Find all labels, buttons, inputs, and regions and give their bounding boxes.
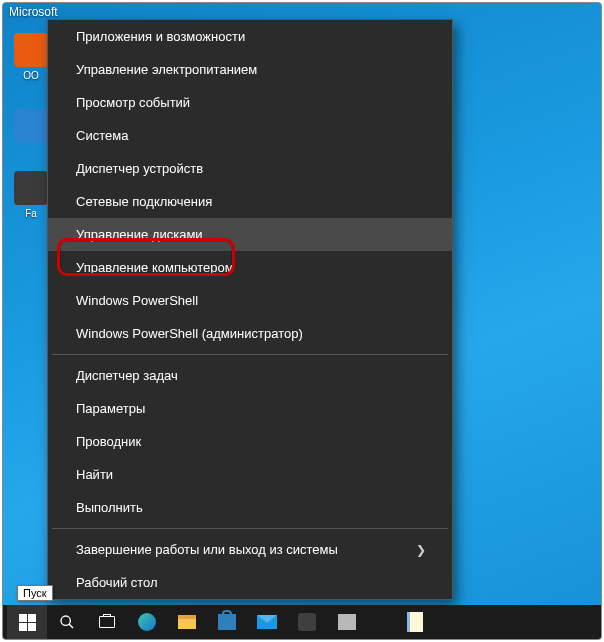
taskbar-app[interactable]	[247, 605, 287, 639]
menu-item[interactable]: Просмотр событий	[48, 86, 452, 119]
menu-item-label: Управление электропитанием	[76, 62, 257, 77]
menu-item-label: Проводник	[76, 434, 141, 449]
app-icon	[14, 33, 48, 67]
menu-item[interactable]: Параметры	[48, 392, 452, 425]
chevron-right-icon: ❯	[416, 543, 432, 557]
menu-item-label: Сетевые подключения	[76, 194, 212, 209]
task-view-icon	[99, 616, 115, 628]
menu-item-label: Просмотр событий	[76, 95, 190, 110]
taskbar-app[interactable]	[127, 605, 167, 639]
menu-item[interactable]: Диспетчер задач	[48, 359, 452, 392]
edge-icon	[138, 613, 156, 631]
menu-item-label: Управление дисками	[76, 227, 203, 242]
menu-item[interactable]: Управление дисками	[48, 218, 452, 251]
menu-item[interactable]: Приложения и возможности	[48, 20, 452, 53]
menu-item[interactable]: Windows PowerShell (администратор)	[48, 317, 452, 350]
store-icon	[218, 614, 236, 630]
menu-item[interactable]: Проводник	[48, 425, 452, 458]
menu-item[interactable]: Управление электропитанием	[48, 53, 452, 86]
menu-item-label: Управление компьютером	[76, 260, 234, 275]
desktop-top-label: Microsoft	[9, 5, 58, 19]
svg-line-1	[69, 624, 73, 628]
menu-item[interactable]: Диспетчер устройств	[48, 152, 452, 185]
menu-item-label: Выполнить	[76, 500, 143, 515]
menu-item[interactable]: Сетевые подключения	[48, 185, 452, 218]
menu-item[interactable]: Рабочий стол	[48, 566, 452, 599]
desktop-icon-label: OO	[23, 70, 39, 81]
menu-item[interactable]: Windows PowerShell	[48, 284, 452, 317]
taskbar-app[interactable]	[207, 605, 247, 639]
menu-item-label: Найти	[76, 467, 113, 482]
taskbar-search-button[interactable]	[47, 605, 87, 639]
taskbar-app[interactable]	[287, 605, 327, 639]
menu-item-label: Диспетчер устройств	[76, 161, 203, 176]
search-icon	[59, 614, 75, 630]
winx-context-menu: Приложения и возможностиУправление элект…	[47, 19, 453, 600]
app-icon	[338, 614, 356, 630]
menu-item-label: Система	[76, 128, 128, 143]
taskbar	[3, 605, 601, 639]
menu-item-label: Диспетчер задач	[76, 368, 178, 383]
taskbar-app[interactable]	[395, 605, 435, 639]
menu-item[interactable]: Выполнить	[48, 491, 452, 524]
app-icon	[14, 171, 48, 205]
app-icon	[298, 613, 316, 631]
menu-item-label: Windows PowerShell (администратор)	[76, 326, 303, 341]
mail-icon	[257, 615, 277, 629]
menu-item-label: Завершение работы или выход из системы	[76, 542, 338, 557]
desktop-icon-label: Fa	[25, 208, 37, 219]
start-tooltip: Пуск	[17, 585, 53, 601]
menu-item-label: Параметры	[76, 401, 145, 416]
explorer-icon	[178, 615, 196, 629]
screenshot-frame: Microsoft OO Fa Приложения и возможности…	[2, 2, 602, 640]
notepad-icon	[407, 612, 423, 632]
menu-item-label: Приложения и возможности	[76, 29, 245, 44]
app-icon	[14, 109, 48, 143]
start-button[interactable]	[7, 605, 47, 639]
windows-logo-icon	[19, 614, 36, 631]
task-view-button[interactable]	[87, 605, 127, 639]
menu-item[interactable]: Завершение работы или выход из системы❯	[48, 533, 452, 566]
menu-item[interactable]: Система	[48, 119, 452, 152]
taskbar-app[interactable]	[167, 605, 207, 639]
menu-item[interactable]: Управление компьютером	[48, 251, 452, 284]
menu-item-label: Рабочий стол	[76, 575, 158, 590]
menu-item[interactable]: Найти	[48, 458, 452, 491]
menu-separator	[52, 354, 448, 355]
svg-point-0	[61, 616, 70, 625]
menu-separator	[52, 528, 448, 529]
taskbar-app[interactable]	[327, 605, 367, 639]
menu-item-label: Windows PowerShell	[76, 293, 198, 308]
